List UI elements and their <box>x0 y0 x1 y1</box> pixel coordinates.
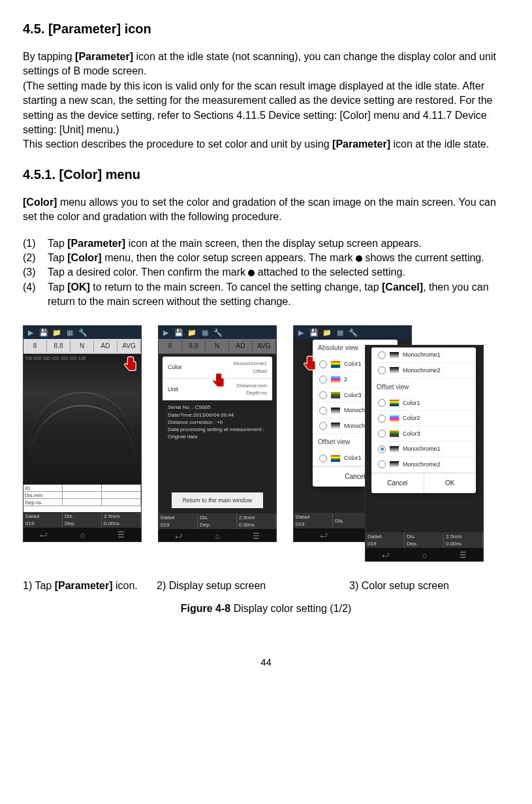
home-icon[interactable]: ⌂ <box>80 530 85 541</box>
offset-view-header: Offset view <box>371 379 476 396</box>
step-text: Tap [OK] to return to the main screen. T… <box>48 280 509 310</box>
android-nav: ⮐ ⌂ ☰ <box>23 528 141 542</box>
color-option[interactable]: Monochrome2 <box>371 457 476 473</box>
play-icon[interactable]: ▶ <box>161 328 170 337</box>
figure-captions-row: 1) Tap [Parameter] icon. 2) Display setu… <box>23 579 509 593</box>
data-footer: Data4019 Dis.Dep. 2.5mm0.00ns <box>159 513 276 529</box>
grid-icon[interactable]: ▦ <box>200 328 210 337</box>
pointing-hand-icon <box>301 355 319 373</box>
wrench-icon[interactable]: 🔧 <box>349 328 358 337</box>
color-option[interactable]: Monochrome1 <box>371 442 476 457</box>
page-number: 44 <box>23 655 509 669</box>
recent-icon[interactable]: ☰ <box>460 550 467 561</box>
param-cell[interactable]: AD <box>94 340 117 352</box>
data-footer: Data4019 Dis.Dep. 2.5mm0.00ns <box>23 512 141 528</box>
intro-paragraph: By tapping [Parameter] icon at the idle … <box>23 50 509 152</box>
play-icon[interactable]: ▶ <box>296 328 305 337</box>
bullet-mark-icon <box>248 270 255 276</box>
step-number: (1) <box>23 236 48 251</box>
screenshot-main: ▶ 💾 📁 ▦ 🔧 8 8.8 N AD AVG 700 600 500 400… <box>23 325 142 542</box>
bullet-mark-icon <box>356 255 362 262</box>
color-option[interactable]: Monochrome1 <box>371 347 476 363</box>
save-icon[interactable]: 💾 <box>174 328 183 337</box>
param-cell[interactable]: 8 <box>23 340 47 352</box>
recent-icon[interactable]: ☰ <box>253 531 260 542</box>
step-number: (4) <box>23 280 48 310</box>
save-icon[interactable]: 💾 <box>309 328 319 337</box>
figures-row: ▶ 💾 📁 ▦ 🔧 8 8.8 N AD AVG 700 600 500 400… <box>23 325 509 567</box>
grid-icon[interactable]: ▦ <box>336 328 345 337</box>
step-number: (3) <box>23 265 48 280</box>
wrench-icon[interactable]: 🔧 <box>78 328 87 337</box>
folder-icon[interactable]: 📁 <box>322 328 332 337</box>
play-icon[interactable]: ▶ <box>26 328 35 337</box>
back-icon[interactable]: ⮐ <box>175 531 183 542</box>
ok-button[interactable]: OK <box>424 473 477 493</box>
param-row: 8 8.8 N AD AVG <box>159 339 276 354</box>
color-popup-full: Monochrome1 Monochrome2 Offset view Colo… <box>371 347 476 492</box>
caption-3: 3) Color setup screen <box>349 579 509 593</box>
folder-icon[interactable]: 📁 <box>52 328 61 337</box>
subsection-heading: 4.5.1. [Color] menu <box>23 165 509 184</box>
steps-list: (1) Tap [Parameter] icon at the main scr… <box>23 236 509 310</box>
step-text: Tap [Parameter] icon at the main screen,… <box>48 236 509 251</box>
folder-icon[interactable]: 📁 <box>187 328 196 337</box>
recent-icon[interactable]: ☰ <box>117 530 125 541</box>
device-info: Serial No. : C5005 Date/Time:2013/06/04 … <box>163 401 272 443</box>
app-toolbar: ▶ 💾 📁 ▦ 🔧 <box>23 326 141 339</box>
color-option[interactable]: Color2 <box>371 411 476 426</box>
color-option[interactable]: Color1 <box>371 396 476 411</box>
android-nav: ⮐ ⌂ ☰ <box>159 529 276 542</box>
back-icon[interactable]: ⮐ <box>382 550 390 561</box>
pointing-hand-icon <box>210 372 228 390</box>
screenshot-display-setup: ▶ 💾 📁 ▦ 🔧 8 8.8 N AD AVG Color Monochrom… <box>158 325 277 542</box>
step-text: Tap a desired color. Then confirm the ma… <box>48 265 509 280</box>
home-icon[interactable]: ⌂ <box>215 531 220 542</box>
back-icon[interactable]: ⮐ <box>40 530 48 541</box>
wrench-icon[interactable]: 🔧 <box>213 328 223 337</box>
color-option[interactable]: Color3 <box>371 426 476 442</box>
param-cell[interactable]: AVG <box>117 340 141 352</box>
param-cell[interactable]: 8.8 <box>47 340 70 352</box>
scan-image: 700 600 500 400 300 200 100 <box>23 354 141 485</box>
save-icon[interactable]: 💾 <box>39 328 48 337</box>
screenshot-color-setup: ▶ 💾 📁 ▦ 🔧 Data4019 Dis. ⮐ ⌂ Absolute vie… <box>293 325 482 567</box>
home-icon[interactable]: ⌂ <box>422 550 427 561</box>
color-option[interactable]: Monochrome2 <box>371 363 476 379</box>
return-button[interactable]: Return to the main window <box>172 492 263 509</box>
app-toolbar: ▶ 💾 📁 ▦ 🔧 <box>159 326 276 339</box>
color-intro: [Color] menu allows you to set the color… <box>23 195 509 225</box>
x-ruler: 700 600 500 400 300 200 100 <box>23 354 87 363</box>
grid-icon[interactable]: ▦ <box>65 328 74 337</box>
step-number: (2) <box>23 251 48 265</box>
caption-2: 2) Display setup screen <box>157 579 349 593</box>
param-cell[interactable]: N <box>70 340 94 352</box>
back-icon[interactable]: ⮐ <box>320 530 328 541</box>
caption-1: 1) Tap [Parameter] icon. <box>23 579 157 593</box>
figure-caption: Figure 4-8 Display color setting (1/2) <box>23 602 509 616</box>
result-grid: ID Dis.mm Dep.ns <box>23 485 141 512</box>
param-row: 8 8.8 N AD AVG <box>23 339 141 354</box>
pointing-hand-icon <box>121 355 140 374</box>
cancel-button[interactable]: Cancel <box>371 473 424 493</box>
section-heading: 4.5. [Parameter] icon <box>23 20 509 38</box>
step-text: Tap [Color] menu, then the color setup s… <box>48 251 509 265</box>
